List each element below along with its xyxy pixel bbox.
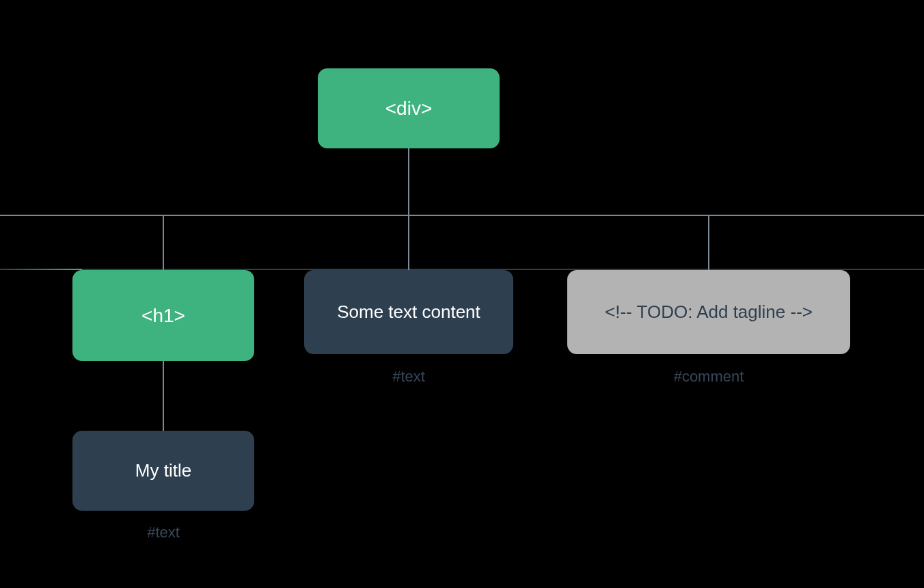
- connector-bus-accent: [0, 269, 82, 270]
- node-label: <!-- TODO: Add tagline -->: [605, 301, 813, 323]
- connector-to-text: [408, 215, 409, 271]
- node-label: My title: [135, 460, 191, 481]
- connector-root-down: [408, 148, 409, 215]
- caption-my-title: #text: [127, 524, 200, 542]
- node-label: <div>: [385, 98, 433, 120]
- connector-bus-top: [0, 215, 924, 216]
- node-text-content: Some text content: [304, 270, 513, 354]
- node-my-title: My title: [72, 431, 254, 511]
- caption-text: #text: [372, 368, 445, 386]
- node-h1: <h1>: [72, 270, 254, 361]
- node-label: Some text content: [337, 302, 480, 323]
- connector-to-h1: [163, 215, 164, 271]
- connector-h1-to-title: [163, 361, 164, 431]
- caption-comment: #comment: [656, 368, 761, 386]
- node-label: <h1>: [141, 305, 185, 327]
- connector-to-comment: [708, 215, 709, 271]
- node-comment: <!-- TODO: Add tagline -->: [567, 270, 850, 354]
- node-div-root: <div>: [318, 68, 500, 148]
- dom-tree-diagram: <div> <h1> Some text content #text <!-- …: [0, 0, 924, 588]
